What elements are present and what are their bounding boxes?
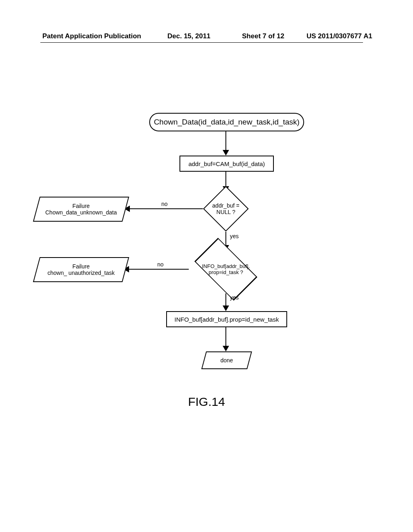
d1-line1: addr_buf = — [212, 202, 239, 209]
label-no: no — [161, 201, 168, 207]
edge — [225, 326, 226, 347]
edge — [129, 208, 203, 209]
decision-null: addr_buf = NULL ? — [210, 193, 242, 225]
header-date: Dec. 15, 2011 — [167, 32, 211, 40]
process-lookup: addr_buf=CAM_buf(id_data) — [179, 156, 274, 172]
edge — [225, 293, 226, 306]
process-lookup-text: addr_buf=CAM_buf(id_data) — [188, 160, 265, 167]
process-assign: INFO_buf[addr_buf].prop=id_new_task — [166, 311, 287, 327]
d2-line1: INFO_buf[addr_buf]. — [202, 263, 250, 269]
figure-caption: FIG.14 — [0, 395, 413, 409]
done-node: done — [201, 351, 252, 369]
failure2-l2: chown_ unauthorized_task — [48, 270, 115, 276]
header-rule — [40, 42, 363, 43]
failure-unknown-data: Failure Chown_data_unknown_data — [33, 197, 129, 222]
d2-line2: prop=id_task ? — [209, 269, 243, 275]
decision-null-text: addr_buf = NULL ? — [212, 202, 239, 215]
failure1-l1: Failure — [73, 203, 90, 209]
arrowhead-down-icon — [223, 305, 229, 311]
header-publication: Patent Application Publication — [42, 32, 141, 40]
decision-owner: INFO_buf[addr_buf]. prop=id_task ? — [207, 251, 244, 288]
start-text: Chown_Data(id_data,id_new_task,id_task) — [154, 118, 299, 127]
arrowhead-down-icon — [223, 150, 229, 156]
decision-owner-text: INFO_buf[addr_buf]. prop=id_task ? — [202, 263, 250, 275]
label-yes2: yes — [230, 294, 239, 301]
label-yes: yes — [230, 233, 239, 239]
arrowhead-down-icon — [223, 346, 229, 351]
header-pubnum: US 2011/0307677 A1 — [307, 32, 372, 40]
edge — [128, 269, 189, 270]
failure2-l1: Failure — [73, 263, 90, 270]
failure1-l2: Chown_data_unknown_data — [45, 209, 117, 216]
edge — [225, 131, 226, 151]
d1-line2: NULL ? — [217, 209, 236, 215]
process-assign-text: INFO_buf[addr_buf].prop=id_new_task — [175, 316, 279, 323]
edge — [225, 171, 226, 187]
done-text: done — [220, 357, 233, 364]
header-sheet: Sheet 7 of 12 — [242, 32, 284, 40]
failure-unauthorized-task: Failure chown_ unauthorized_task — [33, 257, 129, 282]
label-no2: no — [157, 261, 164, 268]
edge — [225, 232, 226, 246]
start-node: Chown_Data(id_data,id_new_task,id_task) — [149, 113, 304, 131]
